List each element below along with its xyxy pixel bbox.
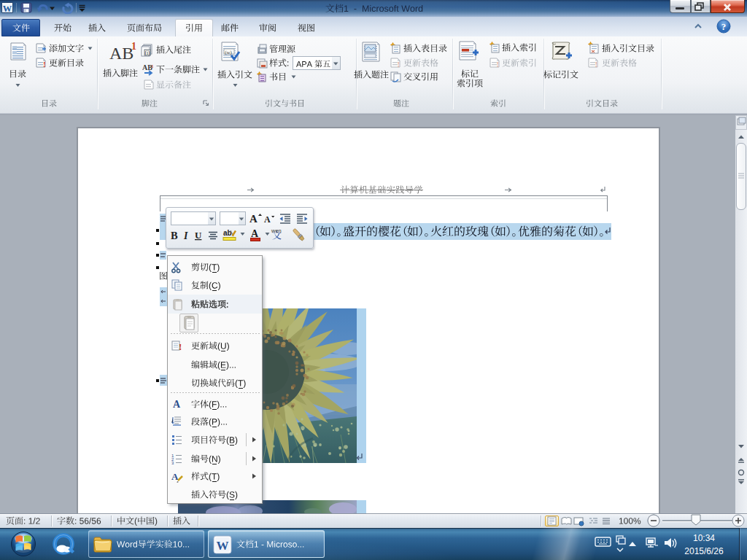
svg-text:A: A: [171, 471, 179, 482]
svg-text:1: 1: [131, 41, 136, 52]
svg-text:W: W: [217, 539, 229, 553]
svg-text:ab: ab: [223, 229, 232, 237]
svg-text:!: !: [398, 60, 400, 69]
svg-text:1: 1: [151, 63, 154, 69]
svg-text:(w): (w): [225, 50, 232, 55]
svg-text:(i): (i): [144, 50, 150, 56]
svg-text:A: A: [249, 213, 258, 225]
svg-text:A: A: [264, 214, 271, 225]
svg-text:I: I: [183, 230, 188, 241]
svg-text:B: B: [171, 230, 178, 241]
svg-text:?: ?: [721, 21, 727, 32]
svg-text:A: A: [173, 399, 181, 410]
svg-text:!: !: [179, 341, 182, 352]
svg-text:A: A: [251, 228, 259, 239]
svg-text:W: W: [3, 4, 12, 13]
svg-text:!: !: [497, 60, 500, 69]
svg-text:!: !: [595, 60, 598, 69]
svg-text:3: 3: [171, 461, 174, 465]
svg-text:wen: wen: [271, 228, 282, 233]
svg-text:U: U: [195, 230, 202, 241]
svg-text:!: !: [43, 60, 46, 69]
